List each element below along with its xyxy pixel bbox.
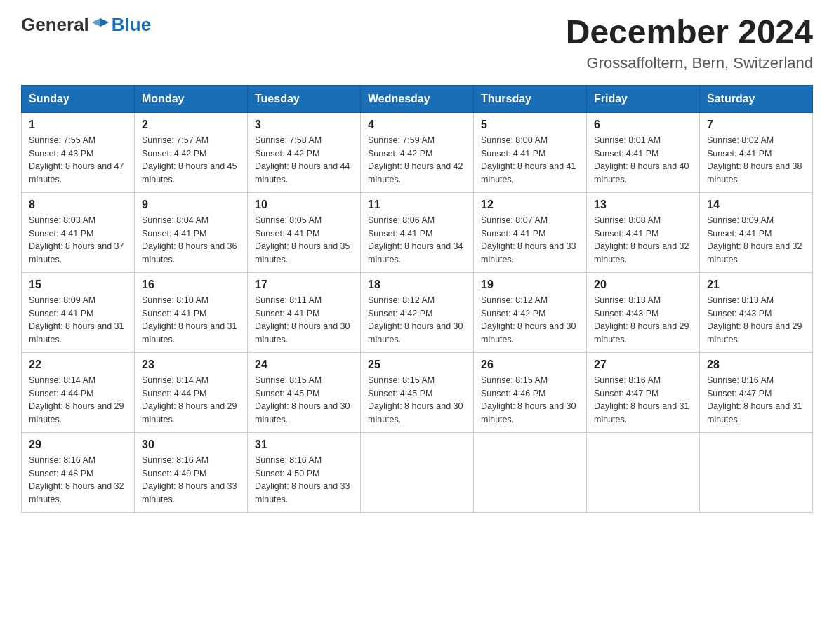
day-info: Sunrise: 8:13 AMSunset: 4:43 PMDaylight:… [594,294,692,347]
day-number: 10 [255,199,353,211]
calendar-week-row: 29Sunrise: 8:16 AMSunset: 4:48 PMDayligh… [22,432,813,512]
day-number: 7 [707,119,805,131]
calendar-cell: 12Sunrise: 8:07 AMSunset: 4:41 PMDayligh… [474,192,587,272]
day-number: 18 [368,279,466,291]
calendar-cell: 13Sunrise: 8:08 AMSunset: 4:41 PMDayligh… [587,192,700,272]
weekday-header-monday: Monday [135,85,248,112]
calendar-cell: 3Sunrise: 7:58 AMSunset: 4:42 PMDaylight… [248,112,361,192]
logo-general-text: General [21,14,89,36]
day-number: 17 [255,279,353,291]
calendar-cell [474,432,587,512]
calendar-cell: 29Sunrise: 8:16 AMSunset: 4:48 PMDayligh… [22,432,135,512]
calendar-cell: 30Sunrise: 8:16 AMSunset: 4:49 PMDayligh… [135,432,248,512]
calendar-cell: 2Sunrise: 7:57 AMSunset: 4:42 PMDaylight… [135,112,248,192]
calendar-week-row: 15Sunrise: 8:09 AMSunset: 4:41 PMDayligh… [22,272,813,352]
day-info: Sunrise: 7:58 AMSunset: 4:42 PMDaylight:… [255,134,353,187]
day-number: 14 [707,199,805,211]
calendar-week-row: 1Sunrise: 7:55 AMSunset: 4:43 PMDaylight… [22,112,813,192]
calendar-cell: 10Sunrise: 8:05 AMSunset: 4:41 PMDayligh… [248,192,361,272]
logo: General Blue [21,14,151,36]
calendar-cell: 26Sunrise: 8:15 AMSunset: 4:46 PMDayligh… [474,352,587,432]
day-number: 30 [142,438,240,451]
day-info: Sunrise: 8:04 AMSunset: 4:41 PMDaylight:… [142,214,240,267]
location-subtitle: Grossaffoltern, Bern, Switzerland [566,54,813,72]
calendar-cell: 9Sunrise: 8:04 AMSunset: 4:41 PMDaylight… [135,192,248,272]
day-info: Sunrise: 8:09 AMSunset: 4:41 PMDaylight:… [29,294,127,347]
calendar-cell [361,432,474,512]
day-number: 13 [594,199,692,211]
day-number: 2 [142,119,240,131]
day-number: 29 [29,438,127,451]
calendar-cell: 24Sunrise: 8:15 AMSunset: 4:45 PMDayligh… [248,352,361,432]
calendar-cell: 31Sunrise: 8:16 AMSunset: 4:50 PMDayligh… [248,432,361,512]
calendar-cell: 21Sunrise: 8:13 AMSunset: 4:43 PMDayligh… [700,272,813,352]
day-number: 21 [707,279,805,291]
day-info: Sunrise: 8:15 AMSunset: 4:46 PMDaylight:… [481,374,579,427]
page-header: General Blue December 2024 Grossaffolter… [21,14,813,72]
weekday-header-thursday: Thursday [474,85,587,112]
calendar-cell: 17Sunrise: 8:11 AMSunset: 4:41 PMDayligh… [248,272,361,352]
day-number: 8 [29,199,127,211]
day-number: 26 [481,358,579,371]
logo-flag-icon [91,15,110,35]
calendar-cell [587,432,700,512]
day-info: Sunrise: 8:14 AMSunset: 4:44 PMDaylight:… [142,374,240,427]
calendar-cell [700,432,813,512]
weekday-header-friday: Friday [587,85,700,112]
day-number: 22 [29,358,127,371]
svg-marker-0 [100,18,109,27]
day-number: 25 [368,358,466,371]
calendar-cell: 23Sunrise: 8:14 AMSunset: 4:44 PMDayligh… [135,352,248,432]
calendar-cell: 5Sunrise: 8:00 AMSunset: 4:41 PMDaylight… [474,112,587,192]
day-info: Sunrise: 8:12 AMSunset: 4:42 PMDaylight:… [481,294,579,347]
day-number: 27 [594,358,692,371]
day-number: 16 [142,279,240,291]
day-info: Sunrise: 8:15 AMSunset: 4:45 PMDaylight:… [255,374,353,427]
calendar-cell: 8Sunrise: 8:03 AMSunset: 4:41 PMDaylight… [22,192,135,272]
day-info: Sunrise: 8:15 AMSunset: 4:45 PMDaylight:… [368,374,466,427]
day-info: Sunrise: 8:06 AMSunset: 4:41 PMDaylight:… [368,214,466,267]
day-info: Sunrise: 8:01 AMSunset: 4:41 PMDaylight:… [594,134,692,187]
calendar-table: SundayMondayTuesdayWednesdayThursdayFrid… [21,85,813,513]
calendar-cell: 7Sunrise: 8:02 AMSunset: 4:41 PMDaylight… [700,112,813,192]
day-number: 9 [142,199,240,211]
day-info: Sunrise: 8:13 AMSunset: 4:43 PMDaylight:… [707,294,805,347]
day-info: Sunrise: 8:11 AMSunset: 4:41 PMDaylight:… [255,294,353,347]
day-info: Sunrise: 7:59 AMSunset: 4:42 PMDaylight:… [368,134,466,187]
title-block: December 2024 Grossaffoltern, Bern, Swit… [566,14,813,72]
day-info: Sunrise: 8:10 AMSunset: 4:41 PMDaylight:… [142,294,240,347]
calendar-cell: 27Sunrise: 8:16 AMSunset: 4:47 PMDayligh… [587,352,700,432]
weekday-header-tuesday: Tuesday [248,85,361,112]
calendar-cell: 4Sunrise: 7:59 AMSunset: 4:42 PMDaylight… [361,112,474,192]
calendar-cell: 16Sunrise: 8:10 AMSunset: 4:41 PMDayligh… [135,272,248,352]
day-number: 12 [481,199,579,211]
day-info: Sunrise: 8:12 AMSunset: 4:42 PMDaylight:… [368,294,466,347]
day-info: Sunrise: 8:03 AMSunset: 4:41 PMDaylight:… [29,214,127,267]
day-info: Sunrise: 8:09 AMSunset: 4:41 PMDaylight:… [707,214,805,267]
day-number: 4 [368,119,466,131]
day-info: Sunrise: 8:16 AMSunset: 4:47 PMDaylight:… [707,374,805,427]
day-info: Sunrise: 8:16 AMSunset: 4:47 PMDaylight:… [594,374,692,427]
svg-marker-1 [92,18,100,27]
calendar-week-row: 8Sunrise: 8:03 AMSunset: 4:41 PMDaylight… [22,192,813,272]
calendar-cell: 11Sunrise: 8:06 AMSunset: 4:41 PMDayligh… [361,192,474,272]
day-info: Sunrise: 8:08 AMSunset: 4:41 PMDaylight:… [594,214,692,267]
logo-blue-text: Blue [112,14,151,36]
day-number: 15 [29,279,127,291]
day-number: 11 [368,199,466,211]
calendar-cell: 20Sunrise: 8:13 AMSunset: 4:43 PMDayligh… [587,272,700,352]
day-info: Sunrise: 8:16 AMSunset: 4:50 PMDaylight:… [255,454,353,507]
day-number: 1 [29,119,127,131]
day-info: Sunrise: 8:16 AMSunset: 4:48 PMDaylight:… [29,454,127,507]
day-info: Sunrise: 7:55 AMSunset: 4:43 PMDaylight:… [29,134,127,187]
weekday-header-sunday: Sunday [22,85,135,112]
calendar-cell: 14Sunrise: 8:09 AMSunset: 4:41 PMDayligh… [700,192,813,272]
calendar-cell: 15Sunrise: 8:09 AMSunset: 4:41 PMDayligh… [22,272,135,352]
day-info: Sunrise: 8:14 AMSunset: 4:44 PMDaylight:… [29,374,127,427]
weekday-header-row: SundayMondayTuesdayWednesdayThursdayFrid… [22,85,813,112]
day-number: 24 [255,358,353,371]
day-number: 23 [142,358,240,371]
weekday-header-saturday: Saturday [700,85,813,112]
weekday-header-wednesday: Wednesday [361,85,474,112]
day-number: 31 [255,438,353,451]
